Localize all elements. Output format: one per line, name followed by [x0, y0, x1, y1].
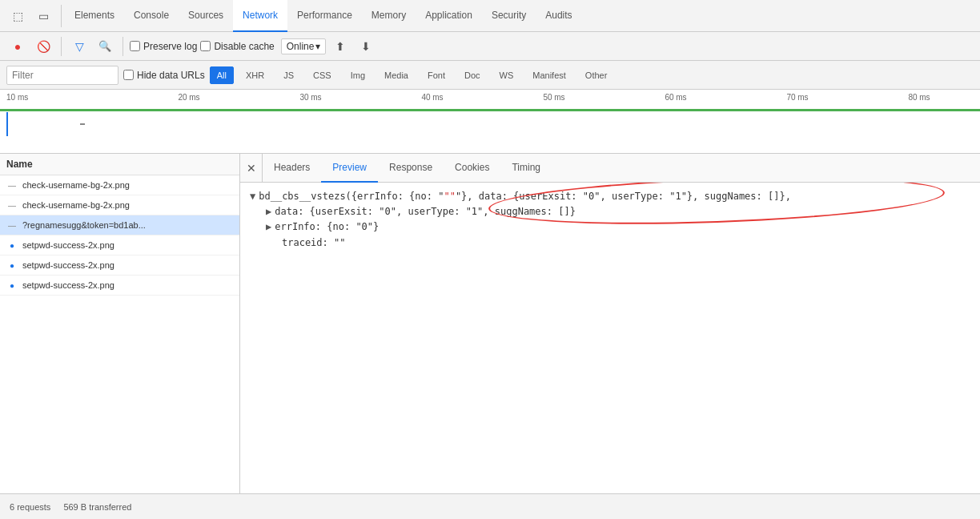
file-item-name: check-username-bg-2x.png: [22, 200, 233, 210]
detail-close-button[interactable]: ✕: [240, 154, 263, 183]
device-icon[interactable]: ▭: [32, 5, 54, 27]
block-button[interactable]: 🚫: [32, 35, 54, 58]
throttle-select[interactable]: Online ▾: [281, 38, 327, 54]
timeline-labels: 10 ms 20 ms 30 ms 40 ms 50 ms 60 ms 70 m…: [0, 93, 980, 109]
disable-cache-label[interactable]: Disable cache: [200, 41, 274, 52]
dock-icon[interactable]: ⬚: [6, 5, 29, 27]
chevron-down-icon: ▾: [315, 41, 320, 52]
file-list: Name — check-username-bg-2x.png — check-…: [0, 154, 240, 493]
expand-arrow-3[interactable]: ▶: [266, 219, 271, 235]
file-item-name: setpwd-success-2x.png: [22, 280, 233, 290]
file-item[interactable]: — check-username-bg-2x.png: [0, 175, 239, 195]
filter-xhr[interactable]: XHR: [239, 66, 271, 84]
file-type-icon: —: [6, 219, 18, 231]
detail-tab-response[interactable]: Response: [378, 154, 444, 183]
tab-bar: ⬚ ▭ Elements Console Sources Network Per…: [0, 0, 980, 32]
timeline-label-6: 70 ms: [737, 93, 858, 109]
expand-arrow-2[interactable]: ▶: [266, 204, 271, 219]
network-toolbar: ● 🚫 ▽ 🔍 Preserve log Disable cache Onlin…: [0, 32, 980, 61]
filter-input[interactable]: [6, 66, 118, 85]
file-item-name: check-username-bg-2x.png: [22, 180, 233, 190]
file-type-icon: —: [6, 199, 18, 211]
detail-tab-timing[interactable]: Timing: [500, 154, 552, 183]
detail-panel: ✕ Headers Preview Response Cookies Timin…: [240, 154, 980, 493]
timeline-cursor: [6, 112, 8, 136]
detail-tab-headers[interactable]: Headers: [263, 154, 321, 183]
tab-sources[interactable]: Sources: [179, 0, 233, 32]
filter-button[interactable]: ▽: [68, 35, 90, 58]
tab-network[interactable]: Network: [233, 0, 287, 32]
preserve-log-label[interactable]: Preserve log: [130, 41, 197, 52]
file-item[interactable]: ● setpwd-success-2x.png: [0, 235, 239, 255]
timeline-label-2: 30 ms: [250, 93, 372, 109]
timeline: 10 ms 20 ms 30 ms 40 ms 50 ms 60 ms 70 m…: [0, 90, 980, 154]
request-count: 6 requests: [10, 502, 50, 512]
tab-security[interactable]: Security: [482, 0, 536, 32]
filter-js[interactable]: JS: [276, 66, 301, 84]
detail-tab-preview[interactable]: Preview: [321, 154, 378, 183]
filter-font[interactable]: Font: [420, 66, 452, 84]
file-item-name: setpwd-success-2x.png: [22, 240, 233, 250]
filter-all[interactable]: All: [210, 66, 234, 84]
separator1: [61, 37, 62, 56]
code-text-4: traceid: "": [282, 235, 345, 251]
tab-performance[interactable]: Performance: [287, 0, 362, 32]
separator2: [122, 37, 123, 56]
code-line-2: ▶ data: {userExsit: "0", userType: "1", …: [250, 204, 970, 219]
filter-media[interactable]: Media: [377, 66, 416, 84]
tab-memory[interactable]: Memory: [362, 0, 416, 32]
file-item[interactable]: ● setpwd-success-2x.png: [0, 255, 239, 276]
search-button[interactable]: 🔍: [94, 35, 116, 58]
detail-tab-cookies[interactable]: Cookies: [444, 154, 500, 183]
file-list-header: Name: [0, 154, 239, 175]
file-item-name: ?regnamesugg&token=bd1ab...: [22, 220, 233, 230]
tab-console[interactable]: Console: [124, 0, 179, 32]
disable-cache-checkbox[interactable]: [200, 41, 211, 51]
code-line-1: ▼ bd__cbs__vstezs({errInfo: {no: """"}, …: [250, 189, 970, 204]
hide-data-urls-label[interactable]: Hide data URLs: [123, 70, 205, 81]
file-item[interactable]: ● setpwd-success-2x.png: [0, 276, 239, 296]
code-text-1: bd__cbs__vstezs({errInfo: {no: """"}, da…: [259, 189, 791, 204]
timeline-green-bar: [0, 109, 980, 111]
file-type-icon: ●: [6, 260, 18, 271]
timeline-label-4: 50 ms: [493, 93, 615, 109]
filter-bar: Hide data URLs All XHR JS CSS Img Media …: [0, 61, 980, 90]
status-bar: 6 requests 569 B transferred: [0, 493, 980, 519]
filter-doc[interactable]: Doc: [457, 66, 488, 84]
file-item-selected[interactable]: — ?regnamesugg&token=bd1ab...: [0, 215, 239, 235]
tab-audits[interactable]: Audits: [536, 0, 581, 32]
code-text-2: data: {userExsit: "0", userType: "1", su…: [275, 204, 576, 219]
file-item-name: setpwd-success-2x.png: [22, 260, 233, 270]
import-button[interactable]: ⬆: [329, 35, 351, 58]
file-type-icon: —: [6, 179, 18, 191]
devtools-icons: ⬚ ▭: [6, 5, 62, 27]
filter-manifest[interactable]: Manifest: [525, 66, 573, 84]
timeline-label-5: 60 ms: [615, 93, 737, 109]
hide-data-urls-checkbox[interactable]: [123, 70, 134, 80]
timeline-label-3: 40 ms: [372, 93, 493, 109]
code-line-3: ▶ errInfo: {no: "0"}: [250, 219, 970, 235]
timeline-label-1: 20 ms: [128, 93, 250, 109]
filter-other[interactable]: Other: [578, 66, 615, 84]
data-transferred: 569 B transferred: [63, 502, 131, 512]
file-type-icon: ●: [6, 239, 18, 251]
main-area: Name — check-username-bg-2x.png — check-…: [0, 154, 980, 493]
filter-ws[interactable]: WS: [492, 66, 521, 84]
timeline-label-0: 10 ms: [0, 93, 128, 109]
detail-tabs: ✕ Headers Preview Response Cookies Timin…: [240, 154, 980, 183]
file-item[interactable]: — check-username-bg-2x.png: [0, 195, 239, 215]
export-button[interactable]: ⬇: [355, 35, 377, 58]
timeline-marker: [80, 123, 85, 125]
expand-arrow-1[interactable]: ▼: [250, 189, 255, 204]
filter-img[interactable]: Img: [343, 66, 372, 84]
detail-content: ▼ bd__cbs__vstezs({errInfo: {no: """"}, …: [240, 183, 980, 493]
tab-application[interactable]: Application: [416, 0, 482, 32]
timeline-label-7: 80 ms: [858, 93, 980, 109]
code-line-4: traceid: "": [250, 235, 970, 251]
code-text-3: errInfo: {no: "0"}: [275, 219, 379, 235]
preserve-log-checkbox[interactable]: [130, 41, 140, 51]
file-type-icon: ●: [6, 280, 18, 291]
record-button[interactable]: ●: [6, 35, 29, 58]
tab-elements[interactable]: Elements: [65, 0, 124, 32]
filter-css[interactable]: CSS: [306, 66, 339, 84]
